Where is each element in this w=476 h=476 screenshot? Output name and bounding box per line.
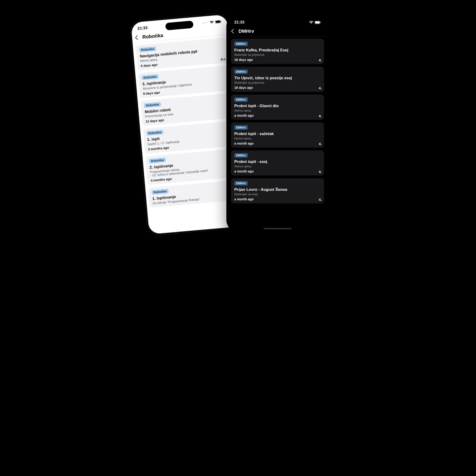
item-age: a month ago <box>234 142 321 145</box>
list-item[interactable]: Robotika2. ispitivanjeProgramiranje robo… <box>145 149 238 185</box>
subject-tag: Robotika <box>139 47 156 52</box>
item-description: Nema opisa. <box>234 165 321 168</box>
item-description: Nema opisa. <box>234 137 321 140</box>
subject-tag: Robotika <box>142 74 158 80</box>
svg-rect-1 <box>216 20 220 23</box>
list-item[interactable]: RobotikaMobilni robotiPrezentacija sa sa… <box>140 93 233 126</box>
list-item[interactable]: Robotika1. ispitSadrži 1. i 2. ispitivan… <box>143 121 236 154</box>
item-description: Nema opisa. <box>234 109 321 112</box>
phone-dark: 21:33 DMHrv DMHrvFranz Kafka, Preobražaj… <box>226 14 329 232</box>
cell-dots-icon <box>203 22 207 23</box>
subject-tag: DMHrv <box>234 181 248 186</box>
list-item[interactable]: DMHrvProbni ispit - esejNema opisa.a mon… <box>231 150 324 175</box>
subject-tag: Robotika <box>144 102 161 108</box>
subject-tag: DMHrv <box>234 125 248 130</box>
status-time: 21:33 <box>234 20 244 25</box>
battery-icon <box>315 21 321 24</box>
subject-tag: Robotika <box>152 189 169 195</box>
subject-tag: DMHrv <box>234 153 248 158</box>
item-title: Franz Kafka, Preobražaj Esej <box>234 48 321 52</box>
item-grade: 4. <box>319 114 322 118</box>
item-grade: 4. <box>319 58 322 62</box>
page-title: Robotika <box>142 33 163 40</box>
svg-rect-2 <box>221 21 221 22</box>
card-list[interactable]: DMHrvFranz Kafka, Preobražaj EsejMaterij… <box>228 36 327 206</box>
item-grade: 4. <box>319 198 322 202</box>
wifi-icon <box>309 21 313 24</box>
item-title: Tin Ujević, izbor iz poezije esej <box>234 76 321 80</box>
item-description: Materijali sa priprema <box>234 53 321 56</box>
page-header: DMHrv <box>228 26 327 36</box>
page-title: DMHrv <box>238 28 254 34</box>
item-age: a month ago <box>234 197 321 201</box>
subject-tag: Robotika <box>146 130 163 136</box>
battery-icon <box>215 20 221 23</box>
subject-tag: DMHrv <box>234 42 248 46</box>
list-item[interactable]: DMHrvProbni ispit - sažetakNema opisa.a … <box>231 122 324 148</box>
list-item[interactable]: DMHrvTin Ujević, izbor iz poezije esejMa… <box>231 67 324 92</box>
item-title: Probni ispit - esej <box>234 159 321 164</box>
status-time: 21:33 <box>137 26 148 31</box>
item-grade: 4. <box>319 170 322 174</box>
item-grade: 4.c <box>221 57 226 61</box>
item-description: Materijali sa priprema <box>234 81 321 84</box>
stage: 21:33 Robotika RobotikaNavigacija mobiln… <box>113 0 363 251</box>
list-item[interactable]: RobotikaNavigacija mobilnih robota pptNe… <box>136 37 228 70</box>
item-grade: 4. <box>319 142 322 146</box>
svg-rect-5 <box>320 22 321 23</box>
dynamic-island <box>264 19 291 27</box>
list-item[interactable]: DMHrvFranz Kafka, Preobražaj EsejMaterij… <box>231 39 324 64</box>
svg-rect-4 <box>315 21 320 23</box>
item-title: Probni ispit - Glavni dio <box>234 104 321 108</box>
list-item[interactable]: DMHrvPrijan Lovro - August ŠenoaMaterija… <box>231 178 324 203</box>
back-icon[interactable] <box>135 35 140 40</box>
item-age: a month ago <box>234 170 321 173</box>
item-title: Probni ispit - sažetak <box>234 132 321 136</box>
item-description: Materijali za esej <box>234 192 321 196</box>
scroll-indicator <box>264 228 291 229</box>
wifi-icon <box>210 20 214 24</box>
subject-tag: DMHrv <box>234 97 248 102</box>
item-age: a month ago <box>234 114 321 117</box>
item-grade: 4. <box>319 86 322 90</box>
list-item[interactable]: Robotika3. ispitivanjeSkraćeno iz prezen… <box>138 65 231 98</box>
list-item[interactable]: DMHrvProbni ispit - Glavni dioNema opisa… <box>231 95 324 120</box>
subject-tag: DMHrv <box>234 69 248 74</box>
item-age: 18 days ago <box>234 86 321 89</box>
subject-tag: Robotika <box>149 158 166 163</box>
item-title: Prijan Lovro - August Šenoa <box>234 187 321 192</box>
item-age: 18 days ago <box>234 58 321 62</box>
back-icon[interactable] <box>231 29 236 34</box>
